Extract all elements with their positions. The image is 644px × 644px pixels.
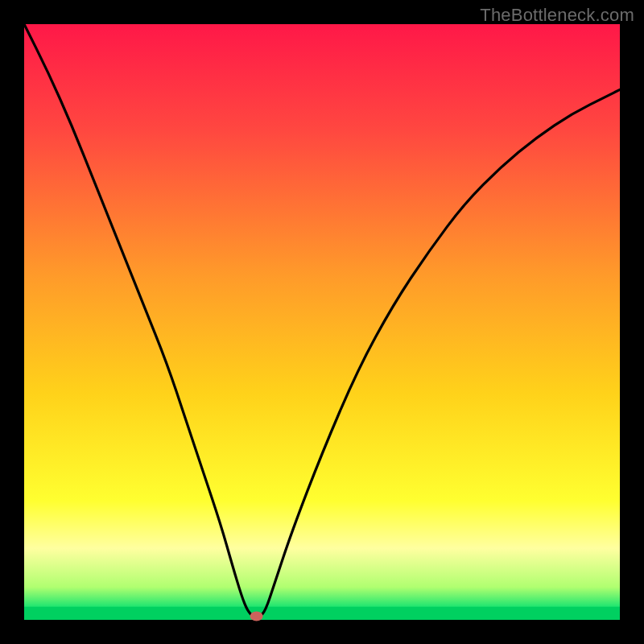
bottleneck-chart (0, 0, 644, 644)
chart-frame: TheBottleneck.com (0, 0, 644, 644)
plot-background (24, 24, 620, 620)
bottleneck-marker (250, 612, 263, 621)
footer-green-band (24, 607, 620, 620)
watermark-text: TheBottleneck.com (480, 5, 634, 26)
